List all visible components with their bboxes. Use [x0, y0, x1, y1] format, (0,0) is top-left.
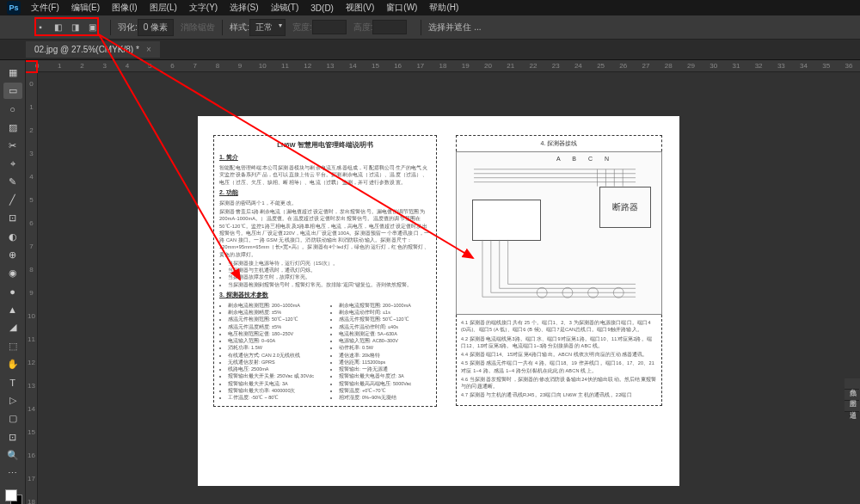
menu-layer[interactable]: 图层(L) [150, 2, 177, 14]
sec3-heading: 3. 探测器技术参数 [219, 291, 431, 299]
sec1-p1: 智能配电管理终端本公司探测器模块与剩余电流互感器组成，可配搭我公司生产的电气火灾… [219, 164, 431, 186]
ruler-horizontal[interactable]: 0123456789101112131415161718192021222324… [26, 60, 860, 72]
tool-1[interactable]: ▭ [3, 83, 22, 99]
feather-input[interactable]: 0 像素 [138, 19, 174, 36]
tool-palette: ▦▭○▨✂⌖✎╱⊡◐⊕◉●▲◢⬚✋T▷▢⊡🔍⋯ [0, 60, 26, 504]
height-label: 高度: [353, 22, 373, 34]
document-tabs: 02.jpg @ 27.5%(CMYK/8) * × [0, 40, 860, 60]
menu-window[interactable]: 窗口(W) [386, 2, 417, 14]
menu-type[interactable]: 文字(Y) [189, 2, 218, 14]
tool-2[interactable]: ○ [3, 101, 22, 117]
menu-help[interactable]: 帮助(H) [429, 2, 458, 14]
tool-10[interactable]: ⊕ [3, 247, 22, 263]
tool-22[interactable]: ⋯ [3, 465, 22, 482]
sec2-li: 当探测器检测到报警信号时，报警灯常亮。按排除“返回”键复位。否则依然报警。 [228, 281, 431, 288]
tool-0[interactable]: ▦ [3, 65, 22, 81]
sec2-li: 当探测器故障发生时，故障灯常亮。 [228, 274, 431, 280]
tool-16[interactable]: ✋ [3, 356, 22, 372]
panel-tab[interactable]: 颜色 [845, 378, 859, 390]
tool-7[interactable]: ╱ [3, 192, 22, 208]
document-content: LN6W 智慧用电管理终端说明书 1. 简介 智能配电管理终端本公司探测器模块与… [198, 116, 679, 486]
menu-bar: Ps 文件(F) 编辑(E) 图像(I) 图层(L) 文字(Y) 选择(S) 滤… [0, 0, 860, 15]
sec2-heading: 2. 功能 [219, 188, 431, 197]
doc-title: LN6W 智慧用电管理终端说明书 [219, 141, 431, 150]
panel-tab[interactable]: 通道 [845, 401, 859, 412]
width-input [312, 20, 347, 34]
tool-5[interactable]: ⌖ [3, 156, 22, 172]
tool-9[interactable]: ◐ [3, 229, 22, 245]
panel-tab[interactable]: 图层 [845, 390, 859, 401]
app-logo: Ps [7, 1, 21, 15]
tool-15[interactable]: ⬚ [3, 338, 22, 354]
close-icon[interactable]: × [146, 45, 151, 54]
tab-title: 02.jpg @ 27.5%(CMYK/8) * [34, 45, 139, 54]
antialias-label: 消除锯齿 [181, 22, 215, 34]
tool-18[interactable]: ▷ [3, 392, 22, 409]
tool-19[interactable]: ▢ [3, 410, 22, 427]
sec2-li: 当探测器与主机通讯时，通讯灯闪烁。 [228, 267, 431, 274]
sec2-p1: 探测器的密码两个1，不能更改。 [219, 200, 431, 206]
panel-dock[interactable]: 颜色 图层 通道 [845, 378, 860, 412]
style-label: 样式: [230, 22, 249, 34]
tool-20[interactable]: ⊡ [3, 428, 22, 445]
menu-edit[interactable]: 编辑(E) [71, 2, 100, 14]
tool-4[interactable]: ✂ [3, 138, 22, 154]
menu-file[interactable]: 文件(F) [31, 2, 59, 14]
tool-6[interactable]: ✎ [3, 174, 22, 190]
tool-12[interactable]: ● [3, 283, 22, 299]
ruler-vertical[interactable]: 0123456789101112131415161718 [26, 72, 38, 504]
tool-21[interactable]: 🔍 [3, 447, 22, 464]
tool-8[interactable]: ⊡ [3, 210, 22, 226]
width-label: 宽度: [292, 22, 312, 34]
style-select[interactable]: 正常 [249, 19, 286, 36]
menu-view[interactable]: 视图(V) [346, 2, 374, 14]
menu-image[interactable]: 图像(I) [112, 2, 137, 14]
menu-filter[interactable]: 滤镜(T) [271, 2, 299, 14]
tool-3[interactable]: ▨ [3, 120, 22, 136]
tool-14[interactable]: ◢ [3, 319, 22, 335]
height-input [372, 20, 407, 34]
select-and-mask-button[interactable]: 选择并遮住 ... [428, 22, 481, 34]
sec2-li: 当探测器接上电源等待，运行灯闪亮（1S/次）。 [228, 260, 431, 267]
sec4-heading: 4. 探测器接线 [456, 135, 662, 151]
wiring-diagram: A B C N 断路器 [456, 151, 662, 315]
tool-11[interactable]: ◉ [3, 265, 22, 281]
feather-label: 羽化: [118, 22, 138, 34]
tab-02jpg[interactable]: 02.jpg @ 27.5%(CMYK/8) * × [26, 41, 160, 58]
tool-17[interactable]: T [3, 374, 22, 390]
annotation-box-options [34, 17, 99, 36]
menu-3d[interactable]: 3D(D) [310, 3, 334, 13]
notes-box: 4.1 探测器的端线接口共有 25 个。端口1、2、3 为探测器的电源接口端口。… [456, 315, 662, 406]
canvas[interactable]: LN6W 智慧用电管理终端说明书 1. 简介 智能配电管理终端本公司探测器模块与… [198, 116, 679, 486]
sec1-heading: 1. 简介 [219, 153, 431, 162]
tool-13[interactable]: ▲ [3, 301, 22, 317]
color-swatches[interactable] [3, 488, 22, 504]
menu-select[interactable]: 选择(S) [230, 2, 258, 14]
sec2-p2: 探测器曾盖后1路剩余电流（漏电值超过设定值时，发出报警信号。漏电值的调节范围为 … [219, 208, 431, 258]
options-bar: ▪ ◧ ◨ ▣ 羽化: 0 像素 消除锯齿 样式: 正常 宽度: 高度: 选择并… [0, 15, 860, 40]
